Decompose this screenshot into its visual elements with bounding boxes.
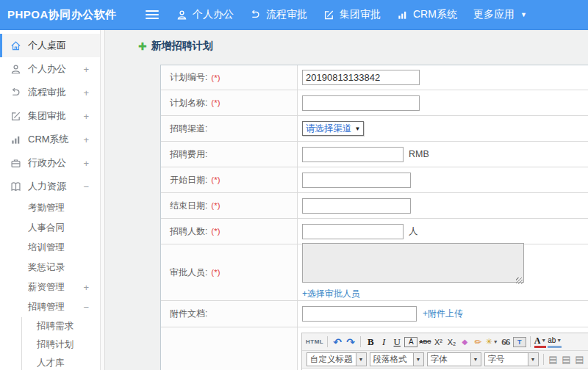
chevron-down-icon: ▼ [541, 337, 546, 345]
nav-item-group-approval[interactable]: 集团审批 [323, 8, 381, 21]
top-navbar: PHPOA协同办公软件 个人办公流程审批集团审批CRM系统更多应用▼ [0, 0, 588, 30]
format-painter-button[interactable]: ✏ [472, 335, 484, 349]
plan-no-input[interactable] [302, 70, 420, 85]
font-family-select-value: 字体 [428, 353, 470, 366]
undo-button[interactable]: ↶ [331, 335, 343, 349]
subscript-button[interactable]: X₂ [445, 335, 457, 349]
sidebar-item-label: 人事合同 [28, 222, 65, 234]
sidebar-item-label: 奖惩记录 [28, 261, 65, 274]
form-row-headcount: 招聘人数: (*) 人 [161, 219, 588, 244]
expand-plus-icon[interactable]: + [83, 158, 100, 169]
required-mark: (*) [211, 227, 220, 236]
start-date-input[interactable] [302, 173, 411, 188]
plan-name-input[interactable] [302, 95, 420, 111]
nav-item-crm-system[interactable]: CRM系统 [397, 8, 457, 21]
user-icon [10, 64, 21, 75]
auto-typeset-button[interactable]: ✳▼ [485, 335, 498, 349]
sidebar-item-label: CRM系统 [28, 133, 69, 146]
font-size-select-value: 字号 [485, 353, 528, 366]
edit-icon [10, 111, 21, 122]
approver-textarea[interactable] [302, 243, 524, 283]
align-right-button[interactable]: ▤ [574, 353, 586, 366]
chevron-down-icon: ▼ [470, 353, 481, 366]
superscript-button[interactable]: X² [432, 335, 444, 349]
redo-button[interactable]: ↷ [345, 335, 356, 349]
paste-button[interactable]: T [513, 337, 526, 347]
sidebar-item-label: 流程审批 [28, 86, 66, 99]
sidebar-item-recruit-demand[interactable]: 招聘需求 [22, 317, 100, 335]
paragraph-format-select-value: 段落格式 [370, 353, 413, 366]
paragraph-format-select[interactable]: 段落格式▼ [370, 352, 424, 366]
expand-plus-icon[interactable]: + [83, 87, 100, 98]
nav-item-label: CRM系统 [413, 8, 457, 21]
nav-item-more-apps[interactable]: 更多应用▼ [473, 8, 527, 21]
sidebar-item-label: 人才库 [37, 357, 65, 369]
sidebar-item-workflow-approval[interactable]: 流程审批+ [0, 81, 100, 104]
attachment-upload-link[interactable]: +附件上传 [423, 308, 463, 320]
sidebar-item-salary[interactable]: 薪资管理+ [0, 278, 100, 297]
sidebar-item-hr-contract[interactable]: 人事合同 [0, 218, 100, 238]
channel-select[interactable]: 请选择渠道 ▼ [302, 121, 364, 136]
blockquote-button[interactable]: 66 [500, 335, 512, 349]
sidebar-item-attendance[interactable]: 考勤管理 [0, 198, 100, 218]
sidebar-item-personal-desktop[interactable]: 个人桌面 [0, 34, 100, 57]
expand-plus-icon[interactable]: + [83, 282, 100, 293]
heading-select[interactable]: 自定义标题▼ [306, 352, 367, 366]
sidebar-item-admin-office[interactable]: 行政办公+ [0, 151, 100, 175]
editor-toolbar-row1: HTML↶↷BIUAABCX²X₂◆✏✳▼66TA▼ab▼ [302, 333, 588, 351]
sidebar-item-talent-pool[interactable]: 人才库 [22, 354, 100, 370]
nav-item-workflow-approval[interactable]: 流程审批 [250, 8, 307, 21]
strikethrough-button[interactable]: ABC [419, 335, 431, 349]
sidebar-item-group-approval[interactable]: 集团审批+ [0, 104, 100, 128]
align-left-button[interactable]: ▤ [548, 353, 559, 366]
nav-item-label: 流程审批 [266, 8, 307, 21]
toolbar-separator [530, 336, 531, 347]
heading-select-value: 自定义标题 [307, 353, 356, 366]
collapse-minus-icon[interactable]: − [83, 181, 100, 192]
expand-plus-icon[interactable]: + [83, 64, 100, 75]
sidebar-item-training[interactable]: 培训管理 [0, 238, 100, 258]
expand-plus-icon[interactable]: + [83, 111, 100, 122]
font-color-button[interactable]: A▼ [534, 335, 547, 348]
highlight-color-button[interactable]: ab▼ [548, 336, 562, 348]
attachment-input[interactable] [302, 306, 417, 322]
field-label: 开始日期: [170, 174, 207, 186]
font-appearance-button[interactable]: A [404, 337, 417, 347]
font-size-select[interactable]: 字号▼ [484, 352, 539, 366]
sidebar-item-recruit-plan[interactable]: 招聘计划 [22, 335, 100, 354]
sidebar-scrollbar[interactable] [101, 30, 105, 370]
bold-button[interactable]: B [365, 335, 376, 349]
sidebar-item-crm-system[interactable]: CRM系统+ [0, 128, 100, 151]
sidebar: 个人桌面个人办公+流程审批+集团审批+CRM系统+行政办公+人力资源−考勤管理人… [0, 30, 101, 370]
required-mark: (*) [211, 73, 220, 82]
channel-select-value: 请选择渠道 [303, 123, 354, 135]
sidebar-item-label: 考勤管理 [28, 202, 65, 214]
html-source-button[interactable]: HTML [306, 335, 323, 349]
nav-item-personal-office[interactable]: 个人办公 [176, 8, 234, 21]
sidebar-item-rewards[interactable]: 奖惩记录 [0, 258, 100, 278]
fee-input[interactable] [302, 147, 404, 162]
form-row-end-date: 结束日期: (*) [161, 193, 588, 219]
font-family-select[interactable]: 字体▼ [427, 352, 481, 366]
form-row-start-date: 开始日期: (*) [161, 167, 588, 193]
sidebar-item-label: 招聘管理 [28, 301, 65, 313]
sidebar-item-personal-office[interactable]: 个人办公+ [0, 57, 100, 81]
collapse-minus-icon[interactable]: − [83, 302, 100, 313]
sidebar-item-human-resources[interactable]: 人力资源− [0, 175, 100, 198]
headcount-input[interactable] [302, 224, 404, 239]
eraser-button[interactable]: ◆ [459, 335, 470, 349]
chevron-down-icon: ▼ [413, 353, 423, 366]
rich-text-editor: HTML↶↷BIUAABCX²X₂◆✏✳▼66TA▼ab▼ 自定义标题▼段落格式… [301, 333, 588, 370]
underline-button[interactable]: U [391, 335, 403, 349]
edit-icon [323, 10, 334, 21]
end-date-input[interactable] [302, 198, 411, 214]
sidebar-item-recruitment[interactable]: 招聘管理− [0, 297, 100, 317]
field-label: 附件文档: [170, 308, 207, 320]
italic-button[interactable]: I [378, 335, 390, 349]
expand-plus-icon[interactable]: + [83, 134, 100, 145]
menu-toggle-icon[interactable] [146, 10, 159, 19]
select-approver-link[interactable]: +选择审批人员 [302, 288, 360, 300]
sidebar-item-label: 个人桌面 [28, 39, 66, 52]
resize-grip-icon[interactable] [516, 278, 523, 284]
align-center-button[interactable]: ▤ [561, 353, 573, 366]
